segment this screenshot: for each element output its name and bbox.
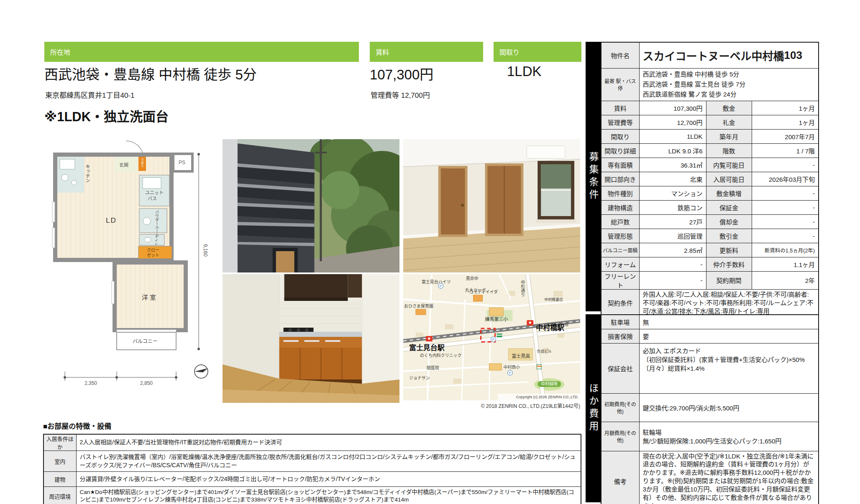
section-label-other-costs: ほか費用 (586, 383, 600, 433)
row-value: 12,700円 (639, 115, 706, 129)
map-label-nursery: おひさま保育園 (404, 303, 433, 308)
station-line: 西武池袋・豊島線 中村橋 徒歩 5分 (643, 69, 815, 79)
table-row: 物件種別マンション敷金積増- (601, 186, 819, 200)
row-label: 周辺環境 (44, 487, 76, 504)
highlight-note: ※1LDK・独立洗面台 (44, 106, 169, 125)
row-value: - (752, 229, 819, 243)
row-label: 更新料 (706, 243, 752, 257)
table-row: 管理形態巡回管理敷引金- (601, 229, 819, 243)
row-label: 備考 (601, 451, 639, 504)
row-value: LDK 9.0 洋6 (639, 143, 706, 158)
table-row: 最寄 駅・バス停 西武池袋・豊島線 中村橋 徒歩 5分 西武池袋・豊島線 富士見… (601, 68, 819, 101)
row-label: フリーレント (601, 271, 639, 289)
property-name-label: 物件名 (601, 42, 639, 68)
map-label-noguchi: のくち内科クリニック (420, 353, 462, 358)
rent-value: 107,300円 (370, 64, 433, 84)
row-value: 無 (639, 315, 819, 329)
table-row: 間取り詳細LDK 9.0 洋6階数1 / 7階 (601, 143, 819, 158)
table-row: 開口部向き北東入居可能日2026年03月下旬 (601, 172, 819, 186)
table-row: 駐車場 無 (601, 315, 819, 329)
row-label: 建物構造 (601, 200, 639, 214)
row-label: 初期費用(その他) (601, 393, 639, 422)
row-value: 107,300円 (639, 101, 706, 115)
fp-closet-label-2: ゼット (147, 253, 159, 257)
section-label-recruitment: 募集条件 (586, 152, 600, 202)
table-row: 契約条件 外国人入居:可/二人入居:相談/保証人:不要/子供:不可/高齢者:不可… (601, 289, 819, 317)
station-line: 西武池袋・豊島線 富士見台 徒歩 7分 (643, 79, 815, 89)
fp-closet-label-1: クロー (147, 248, 159, 252)
photo-room-interior (403, 139, 580, 272)
row-value: - (752, 158, 819, 172)
table-row: 月額費用(その他) 駐輪場 無/少額短期保険:1,000円/生活安心パック:1,… (601, 422, 819, 451)
row-value: 2.85㎡ (639, 243, 706, 257)
table-row: 保証会社 必加入 エポスカード 〔初回保証委託料〕(家賃＋管理費+生活安心パック… (601, 343, 819, 393)
row-label: 礼金 (706, 115, 752, 129)
property-room-number: 103 (784, 49, 802, 62)
row-value: 分譲賃貸/外壁タイル張り/エレベーター/宅配ボックス/24時間ゴミ出し可/オート… (76, 472, 581, 487)
svg-text:P: P (509, 371, 511, 375)
row-label: 間取り (601, 129, 639, 143)
map-image: P P P 貫井中 富士見台ハイツ 丸大コーポ コモディイイダ おひさま保育園 … (403, 274, 580, 400)
row-label: 物件種別 (601, 186, 639, 200)
row-label: 損害保険 (601, 329, 639, 343)
photo-building-exterior (223, 139, 399, 272)
map-label-heights: 富士見台ハイツ (422, 279, 451, 284)
row-label: 開口部向き (601, 172, 639, 186)
row-label: 築年月 (706, 129, 752, 143)
map-copyright-outer: © 2018 ZENRIN CO., LTD.(Z19LE第1442号) (403, 402, 580, 409)
fp-dim-right: 2,850 (140, 380, 153, 386)
row-value: 1ヶ月 (752, 101, 819, 115)
property-name-cell: スカイコートヌーベル中村橋 103 (639, 42, 819, 68)
station-label: 最寄 駅・バス停 (601, 68, 639, 101)
row-value: 1LDK (639, 129, 706, 143)
fp-unitbath-label-1: ユニット (145, 190, 164, 195)
row-label: 償却金 (706, 214, 752, 229)
row-label: 賃料 (601, 101, 639, 115)
table-row: フリーレント-契約期間2年 (601, 271, 819, 289)
row-label: 管理形態 (601, 229, 639, 243)
table-row: 初期費用(その他) 鍵交換代:29,700円/消火剤:5,500円 (601, 393, 819, 422)
fp-balcony-label: バルコニー (133, 339, 158, 344)
row-value: マンション (639, 186, 706, 200)
layout-section-bar: 間取り (494, 42, 581, 62)
row-label: 駐車場 (601, 315, 639, 329)
map-label-nakasugi: 中杉通り (520, 280, 525, 297)
map-label-fujimi-hs: 富士見高 (512, 353, 530, 359)
row-value: 要 (639, 329, 819, 343)
row-value: 鍵交換代:29,700円/消火剤:5,500円 (639, 393, 819, 422)
location-section-bar: 所在地 (44, 42, 359, 62)
row-value: 必加入 エポスカード 〔初回保証委託料〕(家賃＋管理費+生活安心パック)×50%… (639, 343, 819, 393)
row-label: 敷金積増 (706, 186, 752, 200)
fp-powder-label: パウダールーム (155, 210, 159, 237)
table-row: 周辺環境 Can★Do中村橋駅前店(ショッピングセンター)まで401m/ダイソー… (44, 487, 581, 504)
table-row: 賃料107,300円敷金1ヶ月 (601, 101, 819, 115)
property-flyer-page: 所在地 賃料 間取り 西武池袋・豊島線 中村橋 徒歩 5分 東京都練馬区貫井1丁… (0, 0, 860, 504)
row-label: 契約期間 (706, 271, 752, 289)
other-costs-table: 駐車場 無 損害保険 要 保証会社 必加入 エポスカード 〔初回保証委託料〕(家… (601, 314, 819, 504)
location-title: 西武池袋・豊島線 中村橋 徒歩 5分 (44, 64, 257, 84)
fp-ps-label: PS (179, 160, 185, 165)
row-label: 内覧可能日 (706, 158, 752, 172)
map-label-commodi: コモディイイダ (469, 289, 498, 294)
fp-shoebox-label: 下足入 (141, 158, 144, 167)
row-value: 27戸 (639, 214, 706, 229)
row-value: 2026年03月下旬 (752, 172, 819, 186)
row-value: 北東 (639, 172, 706, 186)
features-title: ■お部屋の特徴・設備 (43, 420, 111, 431)
contract-conditions-label: 契約条件 (601, 289, 639, 317)
row-label: 月額費用(その他) (601, 422, 639, 451)
map-label-nukui-jhs: 貫井中 (466, 276, 479, 281)
management-fee: 管理費等 12,700円 (371, 89, 430, 100)
fp-entrance-label: 玄関 (119, 162, 128, 168)
photo-kitchen (223, 274, 399, 403)
row-value: - (639, 271, 706, 289)
row-value: 1.1ヶ月 (752, 257, 819, 271)
map-label-jonathan: ジョナサン (409, 376, 430, 380)
row-label: 室内 (44, 451, 76, 472)
fp-western-room-label: 洋室 (142, 294, 158, 301)
svg-text:P: P (440, 284, 442, 288)
row-value: - (752, 214, 819, 229)
row-value: 2年 (752, 271, 819, 289)
table-row: 管理費等12,700円礼金1ヶ月 (601, 115, 819, 129)
row-value: バストイレ別/洗濯機置場（室内）/浴室乾燥機/温水洗浄便座/洗面所独立/脱衣所/… (76, 451, 581, 472)
